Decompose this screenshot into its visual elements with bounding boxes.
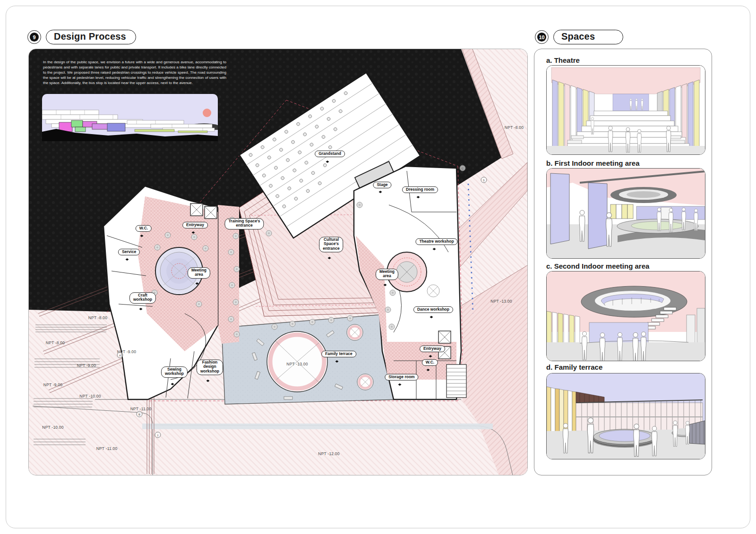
site-section-thumbnail bbox=[42, 94, 218, 141]
family-terrace-render bbox=[546, 373, 705, 459]
sun-icon bbox=[203, 109, 211, 117]
page-title: Design Process bbox=[46, 30, 136, 44]
space-heading-theatre: a. Theatre bbox=[546, 56, 580, 64]
first-meeting-render bbox=[546, 168, 705, 259]
site-plan-card: In the design of the public space, we en… bbox=[28, 49, 528, 475]
space-heading-family-terrace: d. Family terrace bbox=[546, 363, 602, 371]
space-heading-second-meeting: c. Second Indoor meeting area bbox=[546, 262, 649, 270]
design-process-description: In the design of the public space, we en… bbox=[43, 59, 226, 85]
second-meeting-render bbox=[546, 271, 705, 361]
section-number-badge: 9 bbox=[27, 30, 41, 44]
spaces-header: 10 Spaces bbox=[535, 30, 623, 44]
section-number-badge: 10 bbox=[535, 30, 549, 44]
spaces-card: a. Theatre bbox=[534, 49, 712, 475]
presentation-board: { "left_panel": { "badge": "9", "title":… bbox=[0, 0, 756, 534]
section-number: 9 bbox=[30, 33, 39, 42]
theatre-render bbox=[546, 65, 705, 155]
spaces-title: Spaces bbox=[553, 30, 623, 44]
section-number: 10 bbox=[537, 33, 546, 42]
space-heading-first-meeting: b. First Indoor meeting area bbox=[546, 159, 640, 167]
design-process-header: 9 Design Process bbox=[27, 30, 136, 44]
